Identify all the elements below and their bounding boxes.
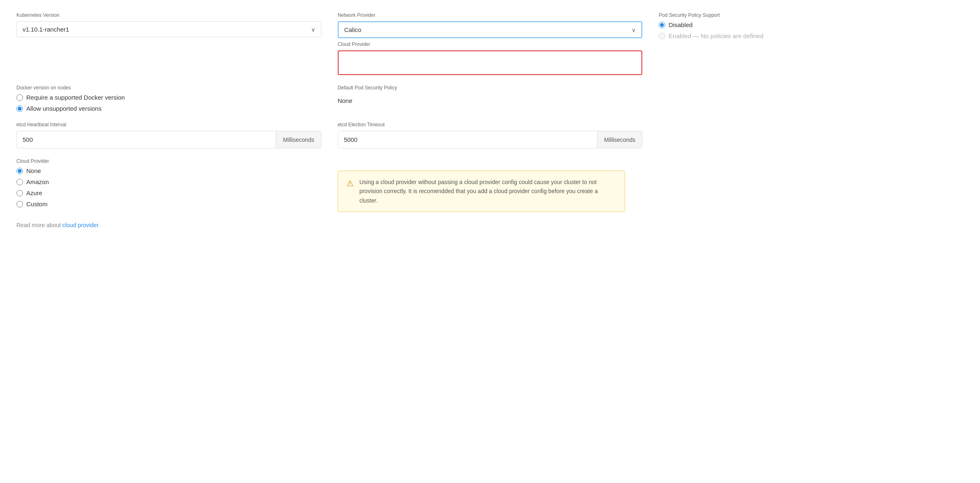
top-row: Kubernetes Version v1.10.1-rancher1 ∨ Ne… — [16, 12, 964, 75]
cloud-provider-custom-label: Custom — [26, 200, 48, 207]
cloud-provider-amazon-radio[interactable] — [16, 179, 23, 185]
default-pod-security-label: Default Pod Security Policy — [338, 85, 643, 91]
kubernetes-version-select[interactable]: v1.10.1-rancher1 ∨ — [16, 21, 321, 37]
cloud-provider-amazon-option[interactable]: Amazon — [16, 178, 321, 185]
cloud-provider-none-radio[interactable] — [16, 168, 23, 174]
cloud-provider-none-label: None — [26, 167, 41, 174]
cloud-provider-link[interactable]: cloud provider — [62, 222, 98, 228]
default-pod-security-value: None — [338, 94, 643, 107]
cloud-provider-radio-col: Cloud Provider None Amazon Azure Custom — [16, 158, 321, 212]
cloud-provider-field-label: Cloud Provider — [338, 41, 643, 47]
docker-allow-label: Allow unsupported versions — [26, 105, 101, 112]
cloud-provider-azure-radio[interactable] — [16, 190, 23, 196]
warning-icon: ⚠ — [346, 178, 354, 188]
etcd-election-col: etcd Election Timeout Milliseconds — [338, 122, 643, 148]
docker-require-option[interactable]: Require a supported Docker version — [16, 94, 321, 101]
etcd-election-input-group: Milliseconds — [338, 131, 643, 148]
warning-box: ⚠ Using a cloud provider without passing… — [338, 171, 625, 212]
cloud-provider-row: Cloud Provider None Amazon Azure Custom … — [16, 158, 964, 212]
docker-allow-option[interactable]: Allow unsupported versions — [16, 105, 321, 112]
cloud-provider-amazon-label: Amazon — [26, 178, 49, 185]
network-provider-col: Network Provider Calico ∨ Cloud Provider — [338, 12, 643, 75]
pod-security-enabled-radio[interactable] — [659, 33, 665, 39]
docker-require-radio[interactable] — [16, 94, 23, 101]
etcd-election-suffix: Milliseconds — [597, 131, 642, 148]
cloud-provider-input-section: Cloud Provider — [338, 41, 643, 75]
kubernetes-chevron-icon: ∨ — [311, 26, 315, 33]
etcd-heartbeat-suffix: Milliseconds — [276, 131, 321, 148]
etcd-spacer — [659, 122, 964, 148]
cloud-provider-custom-option[interactable]: Custom — [16, 200, 321, 207]
pod-security-disabled-option[interactable]: Disabled — [659, 21, 964, 28]
read-more-section: Read more about cloud provider. — [16, 222, 964, 228]
kubernetes-version-col: Kubernetes Version v1.10.1-rancher1 ∨ — [16, 12, 321, 75]
docker-row: Docker version on nodes Require a suppor… — [16, 85, 964, 112]
pod-security-enabled-option[interactable]: Enabled — No policies are defined — [659, 32, 964, 39]
cloud-provider-spacer — [659, 158, 964, 212]
network-provider-value: Calico — [344, 26, 632, 33]
kubernetes-version-label: Kubernetes Version — [16, 12, 321, 18]
docker-require-label: Require a supported Docker version — [26, 94, 125, 101]
etcd-heartbeat-col: etcd Heartbeat Interval Milliseconds — [16, 122, 321, 148]
pod-security-policy-label: Pod Security Policy Support — [659, 12, 964, 18]
network-chevron-icon: ∨ — [632, 27, 636, 33]
etcd-heartbeat-input-group: Milliseconds — [16, 131, 321, 148]
default-pod-security-col: Default Pod Security Policy None — [338, 85, 643, 112]
pod-security-disabled-label: Disabled — [669, 21, 692, 28]
warning-text: Using a cloud provider without passing a… — [359, 178, 616, 205]
cloud-provider-input-wrapper[interactable] — [338, 50, 643, 75]
pod-security-policy-col: Pod Security Policy Support Disabled Ena… — [659, 12, 964, 75]
cloud-provider-warning-col: ⚠ Using a cloud provider without passing… — [338, 158, 643, 212]
cloud-provider-none-option[interactable]: None — [16, 167, 321, 174]
docker-allow-radio[interactable] — [16, 105, 23, 112]
cloud-provider-text-input[interactable] — [343, 55, 637, 61]
etcd-election-input[interactable] — [338, 131, 597, 148]
pod-security-policy-group: Disabled Enabled — No policies are defin… — [659, 21, 964, 39]
cloud-provider-radio-group: None Amazon Azure Custom — [16, 167, 321, 207]
docker-version-col: Docker version on nodes Require a suppor… — [16, 85, 321, 112]
etcd-heartbeat-input[interactable] — [17, 131, 276, 148]
network-provider-label: Network Provider — [338, 12, 643, 18]
docker-version-group: Require a supported Docker version Allow… — [16, 94, 321, 112]
read-more-suffix: . — [98, 222, 100, 228]
pod-security-enabled-label: Enabled — No policies are defined — [669, 32, 763, 39]
pod-security-spacer — [659, 85, 964, 112]
cloud-provider-azure-option[interactable]: Azure — [16, 189, 321, 196]
docker-version-label: Docker version on nodes — [16, 85, 321, 91]
kubernetes-version-value: v1.10.1-rancher1 — [23, 26, 311, 33]
network-provider-select[interactable]: Calico ∨ — [338, 21, 643, 38]
cloud-provider-azure-label: Azure — [26, 189, 42, 196]
cloud-provider-custom-radio[interactable] — [16, 201, 23, 207]
etcd-row: etcd Heartbeat Interval Milliseconds etc… — [16, 122, 964, 148]
etcd-heartbeat-label: etcd Heartbeat Interval — [16, 122, 321, 128]
etcd-election-label: etcd Election Timeout — [338, 122, 643, 128]
pod-security-disabled-radio[interactable] — [659, 22, 665, 28]
read-more-prefix: Read more about — [16, 222, 62, 228]
cloud-provider-section-label: Cloud Provider — [16, 158, 321, 164]
